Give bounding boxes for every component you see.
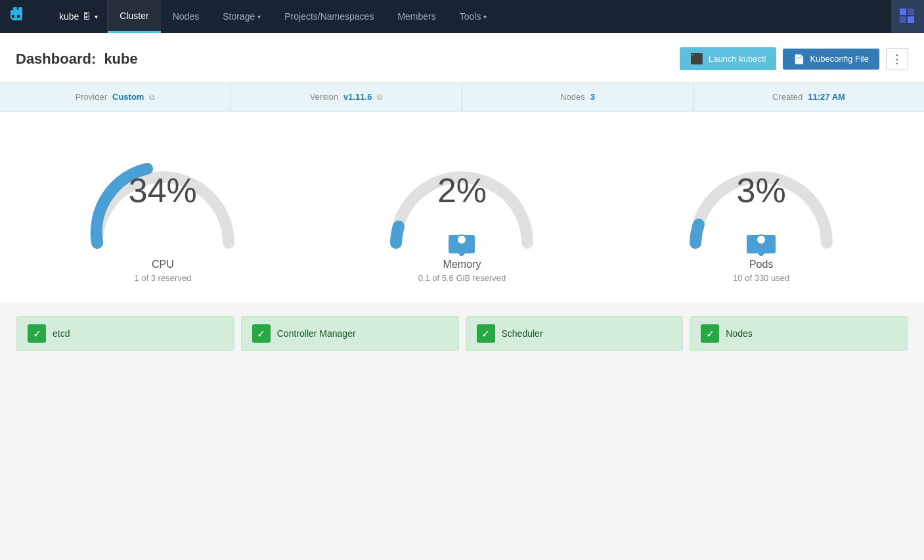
nav-item-nodes-label: Nodes [173,11,199,22]
kubeconfig-file-icon: 📄 [793,54,804,64]
page-title-prefix: Dashboard: [16,51,96,67]
svg-rect-9 [900,16,906,23]
svg-rect-3 [18,7,22,11]
version-value: v1.11.6 [343,92,372,102]
memory-percent: 2% [437,171,487,210]
cpu-gauge: 34% CPU 1 of 3 reserved [58,138,268,283]
nodes-check-icon: ✓ [701,324,719,343]
launch-kubectl-label: Launch kubectl [709,54,766,64]
status-scheduler: ✓ Scheduler [466,316,684,351]
info-nodes: Nodes 3 [462,83,693,111]
svg-point-14 [457,235,466,244]
user-avatar[interactable] [891,0,924,33]
page-title: Dashboard: kube [16,51,138,68]
kubeconfig-button[interactable]: 📄 Kubeconfig File [783,49,879,70]
nav-item-projects-label: Projects/Namespaces [284,11,374,22]
etcd-label: etcd [53,328,70,339]
status-nodes: ✓ Nodes [690,316,908,351]
cpu-sublabel: 1 of 3 reserved [134,273,191,283]
pods-sublabel: 10 of 330 used [733,273,789,283]
nav-item-projects[interactable]: Projects/Namespaces [273,0,385,33]
created-label: Created [772,92,803,102]
info-created: Created 11:27 AM [693,83,924,111]
etcd-check-icon: ✓ [28,324,46,343]
nav-item-cluster[interactable]: Cluster [108,0,160,33]
svg-point-11 [93,239,101,247]
nav-item-storage[interactable]: Storage ▾ [211,0,273,33]
brand-logo [8,5,42,28]
scheduler-check-icon: ✓ [477,324,495,343]
info-bar: Provider Custom ⧉ Version v1.11.6 ⧉ Node… [0,83,924,112]
more-icon: ⋮ [891,52,903,66]
svg-point-17 [757,235,766,244]
pods-gauge-center: 3% [737,171,786,210]
svg-rect-2 [13,7,17,11]
memory-gauge-center: 2% [437,171,487,210]
pods-gauge: 3% Pods 10 of 330 used [656,138,866,283]
pods-percent: 3% [737,171,786,210]
svg-marker-15 [458,253,465,256]
svg-rect-6 [12,19,22,20]
svg-rect-10 [908,16,914,23]
nav-item-members-label: Members [397,11,435,22]
memory-sublabel: 0.1 of 5.6 GiB reserved [418,273,506,283]
storage-chevron-icon: ▾ [257,13,261,20]
page-header: Dashboard: kube ⬛ Launch kubectl 📄 Kubec… [0,33,924,83]
tools-chevron-icon: ▾ [483,13,487,20]
gauges-section: 34% CPU 1 of 3 reserved 2% [0,112,924,303]
kubeconfig-label: Kubeconfig File [810,54,869,64]
cpu-label: CPU [152,259,174,270]
nav-items: Cluster Nodes Storage ▾ Projects/Namespa… [108,0,891,33]
controller-manager-check-icon: ✓ [252,324,271,343]
nav-item-nodes[interactable]: Nodes [161,0,211,33]
more-options-button[interactable]: ⋮ [886,48,908,70]
created-value: 11:27 AM [808,92,845,102]
kubectl-terminal-icon: ⬛ [690,53,703,65]
nodes-status-label: Nodes [726,328,752,339]
kube-selector-db-icon: 🗄 [83,12,91,21]
status-etcd: ✓ etcd [16,316,234,351]
nav-item-storage-label: Storage [223,11,255,22]
nodes-label: Nodes [560,92,585,102]
avatar-icon [898,7,917,26]
kube-selector-label: kube [59,11,79,22]
kube-selector[interactable]: kube 🗄 ▾ [50,0,108,33]
svg-marker-18 [758,253,764,256]
nav-item-cluster-label: Cluster [120,11,148,21]
provider-copy-icon[interactable]: ⧉ [149,93,155,102]
pods-gauge-wrap: 3% [676,138,847,256]
info-version: Version v1.11.6 ⧉ [231,83,462,111]
memory-gauge-wrap: 2% [376,138,547,256]
svg-rect-4 [12,15,14,18]
brand [0,0,50,33]
navbar: kube 🗄 ▾ Cluster Nodes Storage ▾ Project… [0,0,924,33]
info-provider: Provider Custom ⧉ [0,83,231,111]
nodes-value: 3 [590,92,595,102]
status-controller-manager: ✓ Controller Manager [241,316,459,351]
controller-manager-label: Controller Manager [277,328,356,339]
cpu-percent: 34% [129,171,197,210]
nav-item-tools-label: Tools [460,11,481,22]
svg-rect-5 [17,15,20,18]
cpu-gauge-center: 34% [129,171,197,210]
header-actions: ⬛ Launch kubectl 📄 Kubeconfig File ⋮ [680,47,908,70]
provider-label: Provider [76,92,107,102]
memory-gauge: 2% Memory 0.1 of 5.6 GiB reserved [357,138,567,283]
svg-rect-7 [900,9,906,15]
nav-right [891,0,924,33]
provider-value: Custom [112,92,144,102]
scheduler-label: Scheduler [502,328,543,339]
nav-item-tools[interactable]: Tools ▾ [448,0,499,33]
svg-rect-8 [908,9,914,15]
status-section: ✓ etcd ✓ Controller Manager ✓ Scheduler … [0,303,924,364]
nav-item-members[interactable]: Members [385,0,447,33]
pods-label: Pods [749,259,773,270]
kube-selector-chevron: ▾ [95,13,98,20]
memory-label: Memory [443,259,481,270]
launch-kubectl-button[interactable]: ⬛ Launch kubectl [680,47,776,70]
version-label: Version [310,92,338,102]
cpu-gauge-wrap: 34% [77,138,248,256]
version-copy-icon[interactable]: ⧉ [377,93,383,102]
page-title-name: kube [104,51,137,67]
